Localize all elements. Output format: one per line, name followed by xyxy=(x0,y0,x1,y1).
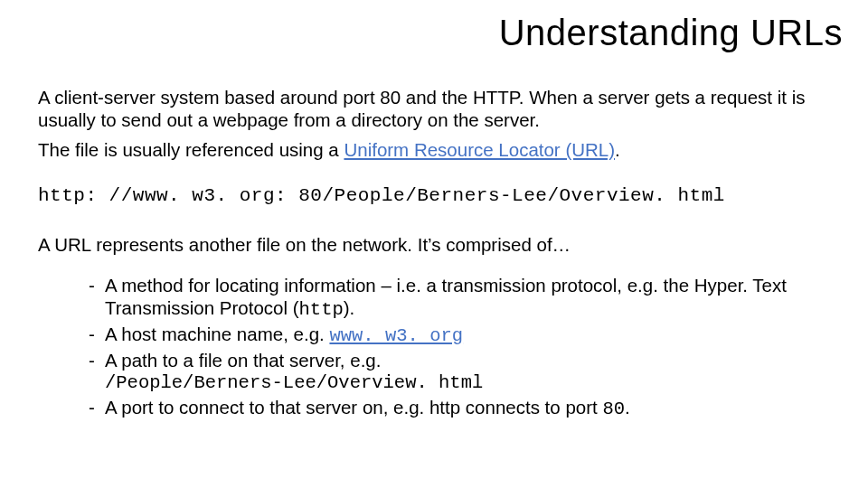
li4-part2: . xyxy=(625,397,630,418)
li2-part1: A host machine name, e.g. xyxy=(105,324,329,344)
li3-line1: A path to a file on that server, e.g. xyxy=(105,349,830,371)
li1-mono: http xyxy=(299,299,344,320)
dash-icon: - xyxy=(89,396,105,420)
list-item: - A port to connect to that server on, e… xyxy=(89,396,830,420)
url-term-link[interactable]: Uniform Resource Locator (URL) xyxy=(344,139,615,160)
list-item: - A path to a file on that server, e.g. … xyxy=(89,349,830,394)
para2-leadin: The file is usually referenced using a xyxy=(38,139,344,160)
slide-body: A client-server system based around port… xyxy=(0,53,868,420)
slide: Understanding URLs A client-server syste… xyxy=(0,0,868,488)
slide-title: Understanding URLs xyxy=(0,0,868,53)
li4-part1: A port to connect to that server on, e.g… xyxy=(105,397,602,418)
paragraph-2: The file is usually referenced using a U… xyxy=(38,138,830,161)
paragraph-1: A client-server system based around port… xyxy=(38,86,830,131)
li1-part2: ). xyxy=(344,297,355,318)
li3-mono: /People/Berners-Lee/Overview. html xyxy=(105,371,830,394)
li4-mono: 80 xyxy=(602,399,625,419)
dash-icon: - xyxy=(89,274,105,321)
example-url: http: //www. w3. org: 80/People/Berners-… xyxy=(38,184,830,208)
dash-icon: - xyxy=(89,323,105,347)
bullet-list: - A method for locating information – i.… xyxy=(89,274,830,420)
host-link[interactable]: www. w3. org xyxy=(329,325,463,346)
li1-part1: A method for locating information – i.e.… xyxy=(105,275,787,318)
dash-icon: - xyxy=(89,349,105,394)
list-item: - A host machine name, e.g. www. w3. org xyxy=(89,323,830,347)
list-item: - A method for locating information – i.… xyxy=(89,274,830,321)
paragraph-3: A URL represents another file on the net… xyxy=(38,233,830,256)
para2-period: . xyxy=(615,139,620,160)
